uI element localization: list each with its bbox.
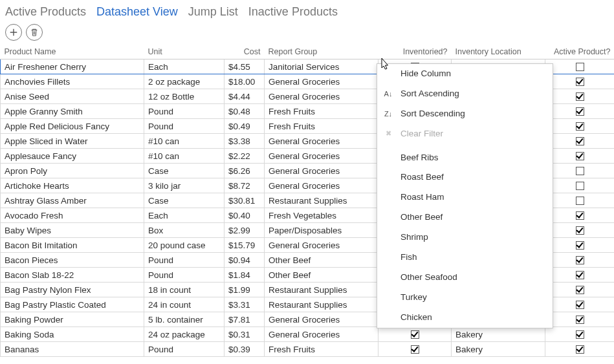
- cell[interactable]: #10 can: [144, 149, 225, 164]
- cell[interactable]: $6.26: [225, 164, 265, 178]
- checkbox-icon[interactable]: [576, 92, 584, 101]
- cell[interactable]: $1.99: [225, 283, 265, 297]
- filter-option-shrimp[interactable]: Shrimp: [377, 228, 553, 248]
- filter-option-other-beef[interactable]: Other Beef: [377, 208, 553, 228]
- checkbox-icon[interactable]: [576, 286, 584, 294]
- cell[interactable]: Bag Pastry Plastic Coated: [1, 297, 144, 312]
- checkbox-icon[interactable]: [576, 107, 584, 116]
- cell[interactable]: #10 can: [144, 134, 225, 149]
- col-active-product[interactable]: Active Product?: [545, 45, 615, 59]
- cell[interactable]: Apron Poly: [1, 164, 144, 178]
- cell[interactable]: General Groceries: [265, 164, 378, 178]
- cell[interactable]: $7.81: [225, 312, 265, 327]
- checkbox-icon[interactable]: [576, 197, 584, 205]
- delete-button[interactable]: [26, 24, 43, 41]
- menu-sort-descending[interactable]: Z↓ Sort Descending: [377, 104, 553, 124]
- cell[interactable]: $1.84: [225, 268, 265, 283]
- cell[interactable]: $0.94: [225, 253, 265, 268]
- cell[interactable]: Pound: [144, 119, 225, 134]
- cell[interactable]: Applesauce Fancy: [1, 149, 144, 164]
- cell[interactable]: Other Beef: [265, 268, 378, 283]
- tab-jump-list[interactable]: Jump List: [188, 5, 238, 19]
- col-report-group[interactable]: Report Group: [265, 45, 378, 59]
- cell[interactable]: Fresh Fruits: [265, 119, 378, 134]
- cell[interactable]: Fresh Vegetables: [265, 208, 378, 223]
- checkbox-cell[interactable]: [545, 238, 615, 253]
- checkbox-cell[interactable]: [545, 327, 615, 342]
- cell[interactable]: Restaurant Supplies: [265, 193, 378, 208]
- filter-option-fish[interactable]: Fish: [377, 248, 553, 268]
- cell[interactable]: General Groceries: [265, 149, 378, 164]
- cell[interactable]: Pound: [144, 342, 225, 357]
- col-unit[interactable]: Unit: [144, 45, 225, 59]
- tab-inactive-products[interactable]: Inactive Products: [248, 5, 338, 19]
- checkbox-icon[interactable]: [576, 271, 584, 279]
- cell[interactable]: Fresh Fruits: [265, 104, 378, 119]
- filter-option-beef-ribs[interactable]: Beef Ribs: [377, 148, 553, 168]
- cell[interactable]: $30.81: [225, 193, 265, 208]
- cell[interactable]: General Groceries: [265, 74, 378, 89]
- cell[interactable]: General Groceries: [265, 238, 378, 253]
- filter-option-roast-ham[interactable]: Roast Ham: [377, 187, 553, 208]
- cell[interactable]: Bacon Slab 18-22: [1, 268, 144, 283]
- cell[interactable]: Pound: [144, 268, 225, 283]
- checkbox-icon[interactable]: [576, 211, 584, 220]
- cell[interactable]: Each: [144, 59, 225, 74]
- checkbox-icon[interactable]: [411, 345, 419, 354]
- cell[interactable]: Bacon Bit Imitation: [1, 238, 144, 253]
- checkbox-icon[interactable]: [576, 78, 584, 86]
- checkbox-icon[interactable]: [576, 137, 584, 145]
- table-row[interactable]: BananasPound$0.39Fresh FruitsBakery: [1, 342, 615, 357]
- checkbox-icon[interactable]: [576, 345, 584, 354]
- cell[interactable]: $15.79: [225, 238, 265, 253]
- cell[interactable]: Paper/Disposables: [265, 223, 378, 238]
- checkbox-cell[interactable]: [545, 178, 615, 193]
- checkbox-cell[interactable]: [378, 342, 452, 357]
- checkbox-cell[interactable]: [545, 134, 615, 149]
- cell[interactable]: $0.39: [225, 342, 265, 357]
- col-cost[interactable]: Cost: [225, 45, 265, 59]
- checkbox-icon[interactable]: [576, 182, 584, 190]
- checkbox-cell[interactable]: [545, 223, 615, 238]
- checkbox-cell[interactable]: [378, 327, 452, 342]
- cell[interactable]: $0.40: [225, 208, 265, 223]
- cell[interactable]: General Groceries: [265, 312, 378, 327]
- checkbox-icon[interactable]: [576, 167, 584, 175]
- checkbox-icon[interactable]: [411, 330, 419, 339]
- cell[interactable]: Each: [144, 208, 225, 223]
- cell[interactable]: Janitorial Services: [265, 59, 378, 74]
- cell[interactable]: $3.31: [225, 297, 265, 312]
- checkbox-cell[interactable]: [545, 297, 615, 312]
- checkbox-cell[interactable]: [545, 74, 615, 89]
- checkbox-cell[interactable]: [545, 164, 615, 178]
- checkbox-icon[interactable]: [576, 152, 584, 160]
- filter-option-turkey[interactable]: Turkey: [377, 288, 553, 308]
- cell[interactable]: 18 in count: [144, 283, 225, 297]
- cell[interactable]: Other Beef: [265, 253, 378, 268]
- cell[interactable]: $4.44: [225, 89, 265, 104]
- cell[interactable]: Apple Granny Smith: [1, 104, 144, 119]
- add-button[interactable]: [5, 24, 22, 41]
- cell[interactable]: 20 pound case: [144, 238, 225, 253]
- checkbox-cell[interactable]: [545, 342, 615, 357]
- cell[interactable]: Bag Pastry Nylon Flex: [1, 283, 144, 297]
- cell[interactable]: $2.99: [225, 223, 265, 238]
- checkbox-icon[interactable]: [576, 256, 584, 264]
- filter-option-other-seafood[interactable]: Other Seafood: [377, 268, 553, 288]
- cell[interactable]: Air Freshener Cherry: [1, 59, 144, 74]
- cell[interactable]: $0.48: [225, 104, 265, 119]
- cell[interactable]: 2 oz package: [144, 74, 225, 89]
- tab-datasheet-view[interactable]: Datasheet View: [96, 5, 178, 19]
- cell[interactable]: Baby Wipes: [1, 223, 144, 238]
- cell[interactable]: Case: [144, 164, 225, 178]
- checkbox-cell[interactable]: [545, 268, 615, 283]
- cell[interactable]: Avocado Fresh: [1, 208, 144, 223]
- checkbox-icon[interactable]: [576, 301, 584, 309]
- filter-option-chicken[interactable]: Chicken: [377, 308, 553, 328]
- checkbox-icon[interactable]: [576, 226, 584, 235]
- cell[interactable]: Baking Powder: [1, 312, 144, 327]
- cell[interactable]: 24 in count: [144, 297, 225, 312]
- cell[interactable]: Pound: [144, 104, 225, 119]
- cell[interactable]: 24 oz package: [144, 327, 225, 342]
- table-row[interactable]: Baking Soda24 oz package$0.31General Gro…: [1, 327, 615, 342]
